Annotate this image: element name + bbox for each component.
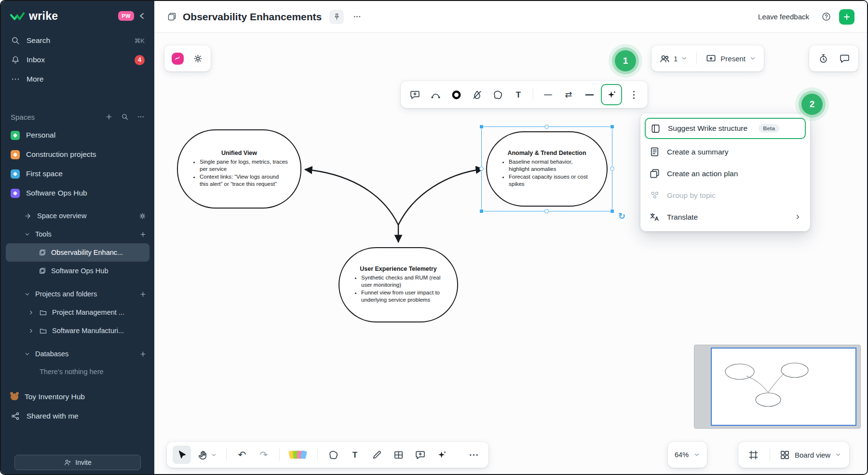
- sidebar-space-construction[interactable]: Construction projects: [1, 145, 154, 164]
- no-fill-button[interactable]: [468, 85, 486, 104]
- board-view-button[interactable]: Board view: [777, 446, 843, 464]
- action-plan-icon: [649, 168, 660, 179]
- redo-icon: ↷: [260, 450, 268, 460]
- diagram-node-anomaly-detection[interactable]: Anomaly & Trend Detection Baseline norma…: [486, 131, 608, 207]
- pan-tool-button[interactable]: [194, 446, 220, 464]
- ai-tool-button[interactable]: [433, 446, 451, 464]
- bell-icon: [11, 55, 20, 65]
- sidebar-space-personal[interactable]: Personal: [1, 126, 154, 145]
- minimap[interactable]: [694, 345, 861, 429]
- stroke-color-button[interactable]: [447, 85, 465, 104]
- board-icon: [39, 267, 46, 275]
- whiteboard-canvas[interactable]: Unified View Single pane for logs, metri…: [154, 33, 867, 474]
- board-theme-button[interactable]: [168, 49, 187, 68]
- add-space-icon[interactable]: [105, 113, 113, 121]
- sidebar-item-inbox[interactable]: Inbox 4: [1, 50, 154, 70]
- resize-handle-n[interactable]: [544, 125, 549, 129]
- projects-section-label: Projects and folders: [35, 290, 97, 298]
- person-plus-icon: [64, 459, 71, 466]
- rotate-handle-icon[interactable]: ↻: [618, 211, 625, 222]
- pen-tool-button[interactable]: [367, 446, 386, 464]
- invite-button[interactable]: Invite: [14, 455, 141, 470]
- redo-button[interactable]: ↷: [255, 446, 273, 464]
- collaborators-button[interactable]: 1: [656, 49, 691, 68]
- add-database-icon[interactable]: [139, 350, 147, 358]
- diagram-node-unified-view[interactable]: Unified View Single pane for logs, metri…: [177, 129, 301, 209]
- sidebar-item-search[interactable]: Search ⌘K: [1, 31, 154, 50]
- board-item-label: Software Ops Hub: [51, 267, 108, 275]
- sidebar-section-projects[interactable]: Projects and folders: [1, 285, 154, 303]
- toolbar-more-button[interactable]: [624, 85, 643, 104]
- table-tool-button[interactable]: [389, 446, 407, 464]
- frames-button[interactable]: [744, 446, 762, 464]
- comment-add-button[interactable]: [406, 85, 424, 104]
- curve-tool-button[interactable]: [426, 85, 445, 104]
- sidebar-space-toy-inventory[interactable]: Toy Inventory Hub: [1, 387, 154, 406]
- board-settings-button[interactable]: [189, 49, 207, 68]
- leave-feedback-link[interactable]: Leave feedback: [758, 13, 809, 21]
- add-project-icon[interactable]: [139, 291, 147, 298]
- gear-icon[interactable]: [138, 212, 147, 220]
- sidebar-item-software-manufacturing[interactable]: Software Manufacturi...: [1, 321, 154, 340]
- zoom-control[interactable]: 64%: [668, 442, 707, 468]
- text-tool-button[interactable]: T: [346, 446, 364, 464]
- select-tool-button[interactable]: [173, 446, 191, 464]
- line-tool-button[interactable]: [539, 85, 557, 104]
- undo-button[interactable]: ↶: [233, 446, 251, 464]
- resize-handle-w[interactable]: [479, 167, 484, 171]
- ai-tools-button[interactable]: [601, 84, 622, 105]
- sidebar-section-databases[interactable]: Databases: [1, 345, 154, 363]
- help-button[interactable]: [819, 10, 833, 24]
- sidebar-item-shared-with-me[interactable]: Shared with me: [1, 406, 154, 426]
- folder-icon: [39, 308, 47, 317]
- account-badge[interactable]: PW: [118, 11, 134, 21]
- speech-bubble-icon: [839, 53, 850, 64]
- shape-toolbar: T ⇄: [401, 81, 648, 108]
- shape-tool-button[interactable]: [324, 446, 342, 464]
- title-more-button[interactable]: [350, 10, 364, 24]
- more-tools-button[interactable]: [464, 446, 483, 464]
- resize-handle-nw[interactable]: [479, 125, 484, 129]
- sidebar-section-tools[interactable]: Tools: [1, 225, 154, 243]
- search-spaces-icon[interactable]: [121, 113, 129, 121]
- thick-line-tool-button[interactable]: [580, 85, 598, 104]
- menu-item-suggest-structure[interactable]: Suggest Wrike structure Beta: [645, 118, 806, 139]
- menu-item-create-summary[interactable]: Create a summary: [640, 141, 810, 163]
- spaces-more-icon[interactable]: [137, 113, 145, 121]
- connector-tool-button[interactable]: ⇄: [559, 85, 578, 104]
- menu-label: Create a summary: [667, 148, 728, 156]
- chevron-right-icon[interactable]: [28, 328, 34, 334]
- resize-handle-e[interactable]: [610, 167, 614, 171]
- sidebar-item-observability-board[interactable]: Observability Enhanc...: [6, 243, 149, 262]
- sidebar-item-space-overview[interactable]: Space overview: [1, 207, 154, 225]
- sidebar-space-software-ops[interactable]: Software Ops Hub: [1, 183, 154, 203]
- shape-tool-button[interactable]: [488, 85, 507, 104]
- node-bullet: Funnel view from user impact to underlyi…: [361, 289, 445, 304]
- minimap-viewport[interactable]: [711, 348, 856, 426]
- timer-button[interactable]: [814, 49, 832, 68]
- collapse-sidebar-icon[interactable]: [138, 12, 146, 20]
- databases-section-label: Databases: [35, 350, 68, 358]
- sidebar-space-first[interactable]: First space: [1, 164, 154, 183]
- text-tool-button[interactable]: T: [509, 85, 528, 104]
- diagram-node-ux-telemetry[interactable]: User Experience Telemetry Synthetic chec…: [339, 247, 458, 322]
- present-button[interactable]: Present: [703, 49, 759, 68]
- menu-item-translate[interactable]: Translate: [640, 206, 810, 228]
- menu-item-group-by-topic[interactable]: Group by topic: [640, 184, 810, 206]
- sticky-note-tool-button[interactable]: [286, 446, 311, 464]
- comment-tool-button[interactable]: [411, 446, 429, 464]
- app-window: wrike PW Search ⌘K Inbox 4 More Spaces: [0, 0, 868, 475]
- sidebar-item-project-management[interactable]: Project Management ...: [1, 303, 154, 321]
- resize-handle-s[interactable]: [544, 209, 549, 213]
- resize-handle-ne[interactable]: [610, 125, 614, 129]
- resize-handle-se[interactable]: [610, 209, 614, 213]
- sidebar-item-more[interactable]: More: [1, 70, 154, 89]
- add-tool-icon[interactable]: [139, 231, 147, 238]
- chevron-right-icon[interactable]: [28, 309, 34, 316]
- menu-item-create-action-plan[interactable]: Create an action plan: [640, 163, 810, 184]
- create-new-button[interactable]: [839, 9, 854, 25]
- resize-handle-sw[interactable]: [479, 209, 484, 213]
- comments-button[interactable]: [835, 49, 854, 68]
- sidebar-item-software-ops-board[interactable]: Software Ops Hub: [1, 262, 154, 280]
- pin-button[interactable]: [329, 10, 344, 24]
